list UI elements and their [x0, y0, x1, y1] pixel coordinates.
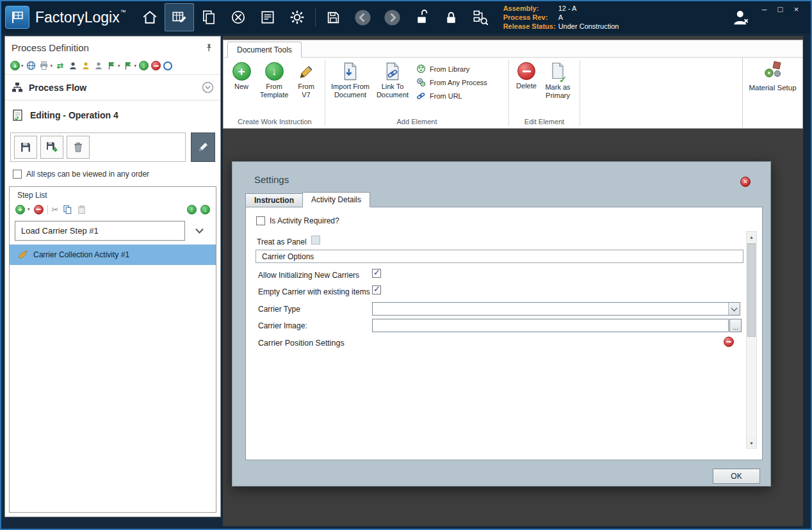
carrier-image-browse-button[interactable]: ...	[729, 319, 742, 332]
dialog-close-button[interactable]: ✕	[740, 177, 751, 187]
scroll-up-button[interactable]: ▲	[747, 232, 756, 242]
maximize-button[interactable]: □	[772, 4, 788, 15]
editing-operation-row: Editing - Operation 4	[5, 100, 220, 130]
home-icon	[142, 9, 158, 26]
globe-icon[interactable]	[26, 61, 37, 71]
checklist-icon	[12, 109, 24, 122]
remove-carrier-position-button[interactable]	[724, 337, 734, 347]
paste-icon[interactable]	[76, 204, 86, 214]
user-account-button[interactable]	[731, 8, 751, 29]
step-list-item-label: Carrier Collection Activity #1	[33, 250, 129, 259]
forward-button[interactable]	[378, 3, 407, 31]
print-icon[interactable]	[39, 61, 49, 71]
unlock-button[interactable]	[407, 3, 437, 31]
app-name-text: FactoryLogix	[35, 9, 120, 26]
is-activity-required-checkbox[interactable]	[256, 216, 265, 225]
documents-button[interactable]	[194, 3, 223, 31]
settings-dialog: Settings ✕ Instruction Activity Details …	[232, 161, 771, 486]
mark-as-primary-button[interactable]: ✓ Mark as Primary	[541, 60, 574, 102]
import-from-document-button[interactable]: Import From Document	[328, 60, 373, 101]
process-flow-row[interactable]: Process Flow	[5, 75, 220, 100]
delete-element-button[interactable]: Delete	[512, 60, 541, 92]
step-selector-combobox[interactable]: Load Carrier Step #1	[15, 221, 185, 241]
reports-button[interactable]	[253, 3, 282, 31]
editing-actions-group	[10, 132, 186, 162]
add-step-icon[interactable]: +	[15, 205, 25, 214]
minimize-button[interactable]: –	[756, 4, 772, 15]
import-step-button[interactable]	[40, 136, 63, 159]
flag-icon[interactable]	[106, 61, 117, 71]
collapse-circle-icon[interactable]	[202, 81, 214, 93]
process-editor-button[interactable]	[165, 3, 194, 31]
remove-icon[interactable]	[151, 61, 161, 70]
process-search-button[interactable]	[466, 3, 496, 31]
from-v7-button[interactable]: From V7	[293, 60, 320, 101]
gear-icon	[289, 9, 305, 26]
home-button[interactable]	[135, 3, 165, 31]
close-button[interactable]: ×	[788, 4, 804, 15]
add-step-caret[interactable]: ▾	[28, 207, 30, 212]
move-step-up-icon[interactable]: ↑	[187, 205, 197, 214]
empty-carrier-checkbox[interactable]	[372, 285, 381, 294]
cut-icon[interactable]: ✂	[52, 205, 59, 214]
save-step-button[interactable]	[14, 136, 37, 159]
ok-button[interactable]: OK	[713, 469, 760, 484]
tab-document-tools[interactable]: Document Tools	[227, 42, 302, 58]
carrier-type-dropdown-button[interactable]	[728, 303, 740, 315]
app-window: FactoryLogix™	[0, 0, 812, 530]
scroll-thumb[interactable]	[747, 243, 756, 337]
tab-activity-details[interactable]: Activity Details	[302, 192, 370, 207]
scroll-track[interactable]	[747, 242, 756, 438]
navigate-button[interactable]	[223, 3, 253, 31]
main-workspace: Document Tools + New ↓ From Template	[223, 36, 803, 526]
tab-instruction[interactable]: Instruction	[245, 193, 302, 207]
delete-step-button[interactable]	[67, 136, 90, 159]
link-to-document-button[interactable]: Link To Document	[373, 60, 412, 101]
from-any-process-button[interactable]: From Any Process	[416, 77, 487, 88]
carrier-image-input[interactable]	[372, 319, 729, 332]
move-down-icon[interactable]: ↓	[139, 61, 149, 70]
from-library-button[interactable]: From Library	[416, 63, 487, 74]
new-label: New	[234, 83, 248, 91]
operator-icon[interactable]	[68, 61, 78, 71]
back-button[interactable]	[348, 3, 378, 31]
settings-gear-button[interactable]	[282, 3, 312, 31]
gold-user-icon[interactable]	[81, 61, 91, 71]
from-template-button[interactable]: ↓ From Template	[256, 60, 293, 101]
add-dropdown-caret[interactable]: ▾	[21, 63, 24, 68]
lock-button[interactable]	[437, 3, 466, 31]
print-dropdown-caret[interactable]: ▾	[51, 63, 53, 68]
gray-user-icon[interactable]	[93, 61, 104, 71]
record-icon[interactable]	[163, 61, 172, 70]
step-list-item-selected[interactable]: Carrier Collection Activity #1	[10, 245, 216, 265]
lock-icon	[443, 10, 459, 26]
add-icon[interactable]: +	[10, 61, 20, 70]
from-v7-label: From V7	[295, 83, 317, 99]
group-edit-items: Delete ✓ Mark as Primary	[512, 58, 577, 115]
flag-dropdown-caret[interactable]: ▾	[118, 63, 120, 68]
copy-icon[interactable]	[62, 204, 72, 214]
new-instruction-button[interactable]: + New	[227, 60, 256, 93]
from-url-button[interactable]: From URL	[416, 90, 487, 101]
sync-icon[interactable]: ⇄	[55, 61, 65, 71]
pin-icon[interactable]	[204, 43, 214, 53]
treat-as-panel-checkbox	[311, 236, 320, 245]
tree-search-icon	[472, 9, 489, 26]
panel-title: Process Definition	[12, 42, 204, 53]
carrier-options-group-header: Carrier Options	[256, 250, 743, 263]
import-from-document-label: Import From Document	[330, 83, 370, 99]
remove-step-icon[interactable]	[34, 205, 44, 214]
scroll-down-button[interactable]: ▼	[747, 438, 756, 448]
document-tools-ribbon: Document Tools + New ↓ From Template	[223, 40, 803, 129]
save-button[interactable]	[319, 3, 348, 31]
flag2-icon[interactable]	[123, 61, 133, 71]
pencil-v7-icon	[298, 62, 314, 81]
all-steps-checkbox[interactable]	[13, 170, 22, 179]
carrier-type-combobox[interactable]	[372, 302, 740, 316]
flag2-dropdown-caret[interactable]: ▾	[134, 63, 137, 68]
allow-initializing-checkbox[interactable]	[372, 269, 381, 278]
move-step-down-icon[interactable]: ↓	[200, 205, 210, 214]
vertical-scrollbar[interactable]: ▲ ▼	[746, 231, 757, 449]
step-selector-chevron-icon[interactable]	[195, 225, 204, 234]
edit-instruction-button[interactable]	[191, 132, 215, 162]
